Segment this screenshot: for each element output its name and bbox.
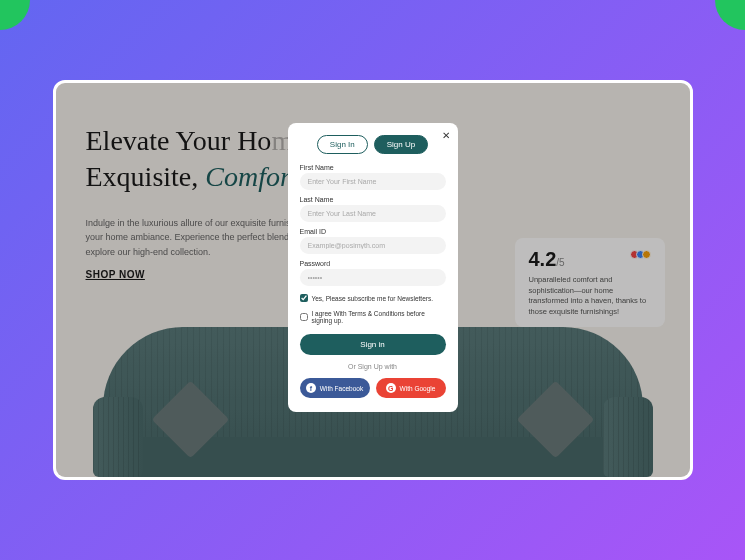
submit-button[interactable]: Sign in xyxy=(300,334,446,355)
auth-tabs: Sign In Sign Up xyxy=(300,135,446,154)
facebook-button[interactable]: f With Facebook xyxy=(300,378,370,398)
password-input[interactable] xyxy=(300,269,446,286)
terms-checkbox[interactable] xyxy=(300,313,308,321)
app-window: Elevate Your Home with Exquisite, Comfor… xyxy=(53,80,693,480)
signup-modal: ✕ Sign In Sign Up First Name Last Name E… xyxy=(288,123,458,412)
modal-overlay: ✕ Sign In Sign Up First Name Last Name E… xyxy=(56,83,690,477)
tab-signin[interactable]: Sign In xyxy=(317,135,368,154)
newsletter-label: Yes, Please subscribe me for Newsletters… xyxy=(312,295,434,302)
firstname-input[interactable] xyxy=(300,173,446,190)
lastname-label: Last Name xyxy=(300,196,446,203)
tab-signup[interactable]: Sign Up xyxy=(374,135,428,154)
google-icon: G xyxy=(386,383,396,393)
social-divider: Or Sign Up with xyxy=(300,363,446,370)
newsletter-checkbox[interactable] xyxy=(300,294,308,302)
firstname-label: First Name xyxy=(300,164,446,171)
email-label: Email ID xyxy=(300,228,446,235)
google-button[interactable]: G With Google xyxy=(376,378,446,398)
close-icon[interactable]: ✕ xyxy=(442,131,450,141)
email-input[interactable] xyxy=(300,237,446,254)
password-label: Password xyxy=(300,260,446,267)
facebook-icon: f xyxy=(306,383,316,393)
terms-label: I agree With Terms & Conditions before s… xyxy=(312,310,446,324)
lastname-input[interactable] xyxy=(300,205,446,222)
